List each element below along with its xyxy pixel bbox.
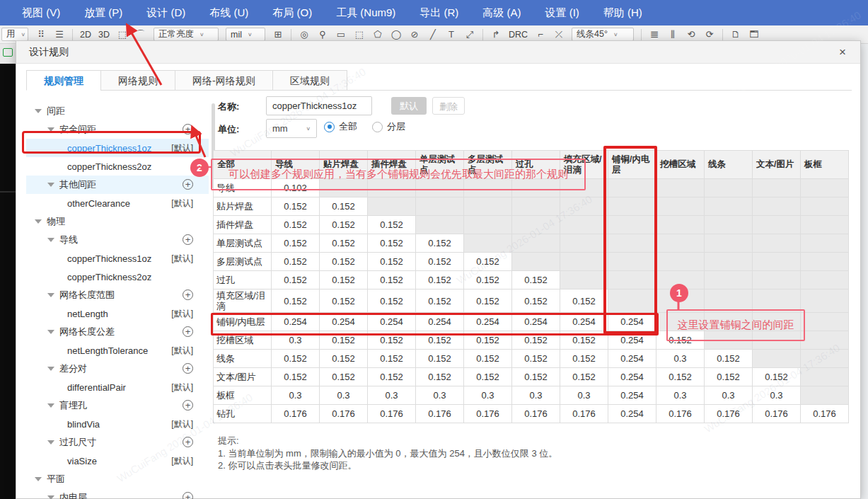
clearance-cell[interactable]: 0.3 [560,386,608,405]
col-header-12[interactable]: 板框 [801,151,849,179]
grid-settings-icon[interactable]: ⊞ [272,29,284,40]
clearance-cell[interactable]: 0.254 [608,368,656,386]
menu-item-8[interactable]: 设置 (I) [533,0,591,25]
view-3d-button[interactable]: 3D [98,30,110,40]
unit-select[interactable]: mm ∨ [266,119,317,138]
clearance-cell[interactable]: 0.254 [368,313,416,331]
line-icon[interactable]: ╱ [427,29,439,40]
clearance-cell[interactable]: 0.176 [368,405,416,423]
row-header[interactable]: 插件焊盘 [214,216,272,234]
menu-item-9[interactable]: 帮助 (H) [591,0,654,25]
doc-properties-icon[interactable]: 🗋 [730,29,741,40]
tree-item-copperThickness2oz[interactable]: copperThickness2oz [26,157,209,176]
line-mode-select[interactable]: 线条45° ∨ [572,28,634,41]
origin-icon[interactable]: ◎ [299,29,310,40]
clearance-cell[interactable]: 0.152 [512,289,560,313]
tree-item-netLength[interactable]: netLength[默认] [26,304,209,323]
tree-item-copperThickness1oz[interactable]: copperThickness1oz[默认] [26,139,209,157]
col-header-0[interactable]: 全部 [214,151,272,179]
distribute-icon[interactable]: ⫼ [667,29,678,40]
menu-item-5[interactable]: 工具 (Num9) [324,0,407,25]
clearance-cell[interactable]: 0.152 [320,271,368,289]
menu-item-6[interactable]: 导出 (R) [407,0,470,25]
clearance-cell[interactable]: 0.254 [416,313,464,331]
tree-group-网络长度公差[interactable]: 网络长度公差+ [26,323,209,341]
add-rule-icon[interactable]: + [183,289,193,300]
tree-group-平面[interactable]: 平面 [26,470,209,488]
tree-group-物理[interactable]: 物理 [26,212,209,231]
clearance-cell[interactable]: 0.152 [320,197,368,216]
clearance-cell[interactable]: 0.152 [272,234,320,253]
rule-name-input[interactable] [266,96,372,115]
row-header[interactable]: 挖槽区域 [214,331,272,350]
clearance-cell[interactable]: 0.254 [464,313,512,331]
tree-item-blindVia[interactable]: blindVia[默认] [26,415,209,433]
menu-item-2[interactable]: 设计 (D) [134,0,197,25]
row-header[interactable]: 板框 [214,386,272,405]
tree-item-viaSize[interactable]: viaSize[默认] [26,452,209,470]
clearance-cell[interactable]: 0.152 [368,368,416,386]
clearance-cell[interactable]: 0.152 [512,271,560,289]
clearance-cell[interactable]: 0.3 [656,386,705,405]
dimension-icon[interactable]: ⤢ [464,29,475,40]
clearance-cell[interactable]: 0.152 [368,253,416,271]
clearance-cell[interactable]: 0.152 [368,271,416,289]
select-area-icon[interactable]: ⬚ [117,29,128,40]
tree-item-otherClearance[interactable]: otherClearance[默认] [26,194,209,212]
menu-item-1[interactable]: 放置 (P) [72,0,134,25]
clearance-cell[interactable]: 0.152 [416,271,464,289]
clearance-cell[interactable]: 0.152 [320,216,368,234]
clearance-cell[interactable]: 0.152 [753,368,801,386]
col-header-7[interactable]: 填充区域/泪滴 [560,151,608,179]
clearance-cell[interactable]: 0.152 [272,368,320,386]
row-header[interactable]: 钻孔 [214,405,272,423]
clearance-cell[interactable]: 0.176 [705,405,753,423]
clearance-cell[interactable]: 0.152 [416,368,464,386]
clearance-cell[interactable]: 0.152 [512,368,560,386]
clearance-cell[interactable]: 0.152 [272,216,320,234]
col-header-8[interactable]: 铺铜/内电层 [608,151,656,179]
clearance-cell[interactable]: 0.152 [320,350,368,368]
clearance-cell[interactable]: 0.3 [464,386,512,405]
add-rule-icon[interactable]: + [183,179,193,190]
clearance-cell[interactable]: 0.152 [656,368,705,386]
clearance-cell[interactable]: 0.152 [560,368,608,386]
clearance-cell[interactable]: 0.152 [368,289,416,313]
clearance-cell[interactable]: 0.152 [272,197,320,216]
clearance-cell[interactable]: 0.152 [416,234,464,253]
tree-group-间距[interactable]: 间距 [26,102,209,120]
clearance-cell[interactable]: 0.152 [464,350,512,368]
row-header[interactable]: 文本/图片 [214,368,272,386]
tree-item-differentialPair[interactable]: differentialPair[默认] [26,378,209,396]
clearance-cell[interactable]: 0.152 [320,253,368,271]
clearance-cell[interactable]: 0.102 [272,179,320,197]
col-header-11[interactable]: 文本/图片 [753,151,801,179]
clearance-cell[interactable]: 0.3 [272,331,320,350]
row-header[interactable]: 铺铜/内电层 [214,313,272,331]
delete-button[interactable]: 删除 [432,97,465,115]
tree-group-导线[interactable]: 导线+ [26,231,209,249]
step-icon[interactable]: ⌐ [535,29,546,40]
close-icon[interactable]: × [835,45,850,60]
polygon-icon[interactable]: ⬠ [372,29,383,40]
add-rule-icon[interactable]: + [183,363,193,374]
pin-icon[interactable]: ⚲ [317,29,328,40]
row-header[interactable]: 过孔 [214,271,272,289]
clearance-cell[interactable]: 0.152 [272,289,320,313]
brightness-select[interactable]: 正常亮度 ∨ [154,28,219,41]
dashed-region-icon[interactable]: ⬚ [354,29,365,40]
clearance-cell[interactable]: 0.254 [608,313,656,331]
clearance-cell[interactable]: 0.152 [272,350,320,368]
clearance-cell[interactable]: 0.152 [464,289,512,313]
clearance-cell[interactable]: 0.254 [608,386,656,405]
clearance-cell[interactable]: 0.254 [320,313,368,331]
clearance-cell[interactable]: 0.176 [320,405,368,423]
add-rule-icon[interactable]: + [183,326,193,337]
clearance-cell[interactable]: 0.254 [608,405,656,423]
tree-group-内电层[interactable]: 内电层+ [26,488,209,499]
clearance-cell[interactable]: 0.3 [512,386,560,405]
clearance-cell[interactable]: 0.254 [608,331,656,350]
clearance-cell[interactable]: 0.3 [368,386,416,405]
clearance-cell[interactable]: 0.254 [272,313,320,331]
clearance-cell[interactable]: 0.176 [656,405,705,423]
